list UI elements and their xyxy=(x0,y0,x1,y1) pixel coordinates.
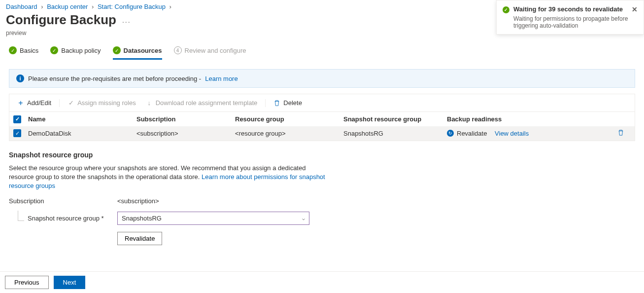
srg-label: Snapshot resource group * xyxy=(9,215,117,222)
table-header-row: ✓ Name Subscription Resource group Snaps… xyxy=(9,112,635,126)
cell-backup-readiness: ↻ Revalidate View details xyxy=(447,130,611,137)
tab-basics[interactable]: ✓ Basics xyxy=(9,46,38,60)
col-snapshot-rg: Snapshot resource group xyxy=(343,115,447,123)
datasources-table: + Add/Edit ✓ Assign missing roles ↓ Down… xyxy=(9,94,635,141)
cell-snapshot-rg: SnapshotsRG xyxy=(343,130,447,137)
col-name: Name xyxy=(28,115,136,123)
info-banner: i Please ensure the pre-requisites are m… xyxy=(9,69,635,88)
banner-text: Please ensure the pre-requisites are met… xyxy=(28,75,201,82)
tab-review: 4 Review and configure xyxy=(174,46,246,60)
subscription-label: Subscription xyxy=(9,197,117,205)
subscription-value: <subscription> xyxy=(117,197,635,205)
check-icon: ✓ xyxy=(50,46,58,54)
info-icon: i xyxy=(16,74,24,82)
chevron-down-icon: ⌵ xyxy=(302,216,305,221)
assign-roles-button: ✓ Assign missing roles xyxy=(64,97,140,109)
check-icon: ✓ xyxy=(68,100,74,107)
srg-select[interactable]: SnapshotsRG ⌵ xyxy=(117,212,309,225)
breadcrumb-link-backup-center[interactable]: Backup center xyxy=(47,3,88,10)
breadcrumb-link-start[interactable]: Start: Configure Backup xyxy=(98,3,166,10)
next-button[interactable]: Next xyxy=(54,276,86,289)
success-icon: ✓ xyxy=(503,6,509,13)
cell-subscription: <subscription> xyxy=(136,130,235,137)
row-delete-button[interactable] xyxy=(617,129,624,138)
previous-button[interactable]: Previous xyxy=(5,276,49,289)
col-backup-readiness: Backup readiness xyxy=(447,115,611,123)
step-number-icon: 4 xyxy=(174,46,182,54)
chevron-right-icon: › xyxy=(41,3,43,10)
download-icon: ↓ xyxy=(146,100,153,107)
col-subscription: Subscription xyxy=(136,115,235,123)
page-title: Configure Backup xyxy=(6,12,116,28)
section-title: Snapshot resource group xyxy=(9,151,326,159)
snapshot-rg-section: Snapshot resource group Select the resou… xyxy=(0,141,335,191)
view-details-link[interactable]: View details xyxy=(495,130,529,137)
close-icon[interactable]: ✕ xyxy=(632,5,638,13)
step-tabs: ✓ Basics ✓ Backup policy ✓ Datasources 4… xyxy=(0,42,644,60)
check-icon: ✓ xyxy=(113,46,121,54)
revalidate-icon: ↻ xyxy=(447,130,454,137)
delete-button[interactable]: Delete xyxy=(270,97,306,109)
cell-resource-group: <resource group> xyxy=(235,130,343,137)
col-resource-group: Resource group xyxy=(235,115,343,123)
tab-backup-policy[interactable]: ✓ Backup policy xyxy=(50,46,101,60)
select-all-checkbox[interactable]: ✓ xyxy=(13,115,21,123)
footer: Previous Next xyxy=(0,271,644,293)
check-icon: ✓ xyxy=(9,46,17,54)
revalidate-button[interactable]: Revalidate xyxy=(117,232,162,245)
trash-icon xyxy=(273,100,280,107)
toast-body: Waiting for permissions to propagate bef… xyxy=(503,15,638,29)
tab-datasources[interactable]: ✓ Datasources xyxy=(113,46,162,60)
chevron-right-icon: › xyxy=(92,3,94,10)
toast-title: Waiting for 39 seconds to revalidate xyxy=(513,5,623,13)
row-checkbox[interactable]: ✓ xyxy=(13,129,21,137)
download-template-button: ↓ Download role assignment template xyxy=(142,97,262,109)
more-button[interactable]: ··· xyxy=(122,18,131,26)
cell-name: DemoDataDisk xyxy=(28,130,136,137)
notification-toast: ✓ Waiting for 39 seconds to revalidate ✕… xyxy=(496,0,644,35)
plus-icon: + xyxy=(17,100,24,107)
table-toolbar: + Add/Edit ✓ Assign missing roles ↓ Down… xyxy=(9,94,635,112)
breadcrumb-link-dashboard[interactable]: Dashboard xyxy=(6,3,37,10)
snapshot-rg-form: Subscription <subscription> Snapshot res… xyxy=(0,190,644,259)
chevron-right-icon: › xyxy=(169,3,171,10)
table-row[interactable]: ✓ DemoDataDisk <subscription> <resource … xyxy=(9,126,635,141)
add-edit-button[interactable]: + Add/Edit xyxy=(13,97,55,109)
banner-link[interactable]: Learn more xyxy=(205,75,237,82)
